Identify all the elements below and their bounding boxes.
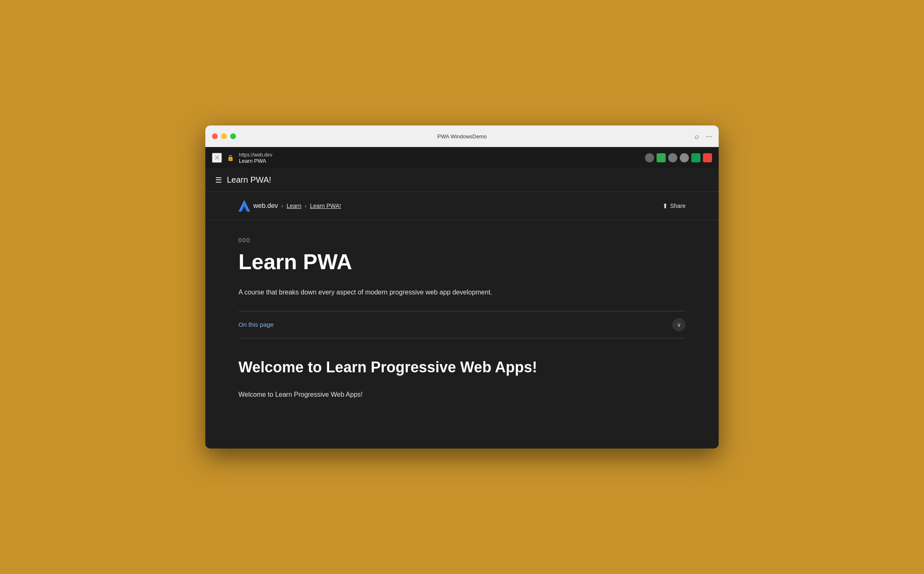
close-button[interactable] bbox=[212, 133, 218, 139]
chevron-down-icon: ∨ bbox=[672, 318, 686, 331]
extension-icons bbox=[645, 153, 712, 162]
page-description: A course that breaks down every aspect o… bbox=[238, 287, 686, 298]
maximize-button[interactable] bbox=[230, 133, 236, 139]
section-text: Welcome to Learn Progressive Web Apps! bbox=[238, 389, 686, 400]
ext-icon-3[interactable] bbox=[668, 153, 677, 162]
breadcrumb: web.dev › Learn › Learn PWA! bbox=[238, 200, 341, 212]
logo-text: web.dev bbox=[253, 202, 278, 210]
window-title: PWA WindowsDemo bbox=[437, 133, 486, 140]
browser-url: https://web.dev bbox=[239, 152, 272, 158]
breadcrumb-sep-2: › bbox=[305, 203, 307, 209]
browser-close-button[interactable]: ✕ bbox=[212, 153, 222, 163]
breadcrumb-learn-link[interactable]: Learn bbox=[286, 203, 301, 209]
lock-icon: 🔒 bbox=[227, 154, 234, 161]
breadcrumb-sep-1: › bbox=[282, 203, 284, 209]
content-area: 000 Learn PWA A course that breaks down … bbox=[205, 220, 719, 417]
webdev-logo-icon bbox=[238, 200, 250, 212]
ext-icon-5[interactable] bbox=[691, 153, 700, 162]
title-bar: PWA WindowsDemo ⌕ ··· bbox=[205, 125, 719, 147]
app-header: ☰ Learn PWA! bbox=[205, 169, 719, 192]
ext-icon-4[interactable] bbox=[680, 153, 689, 162]
ext-icon-6[interactable] bbox=[703, 153, 712, 162]
title-bar-actions: ⌕ ··· bbox=[695, 132, 712, 141]
on-this-page-toggle[interactable]: On this page ∨ bbox=[238, 311, 686, 338]
app-window: PWA WindowsDemo ⌕ ··· ✕ 🔒 https://web.de… bbox=[205, 125, 719, 449]
main-content: web.dev › Learn › Learn PWA! ⬆ Share 000… bbox=[205, 192, 719, 449]
browser-bar: ✕ 🔒 https://web.dev Learn PWA bbox=[205, 147, 719, 169]
share-label: Share bbox=[670, 203, 686, 209]
app-header-title: Learn PWA! bbox=[227, 175, 271, 185]
share-icon: ⬆ bbox=[662, 202, 668, 210]
webdev-logo[interactable]: web.dev bbox=[238, 200, 278, 212]
browser-url-info: https://web.dev Learn PWA bbox=[239, 152, 272, 164]
page-title: Learn PWA bbox=[238, 250, 686, 274]
browser-page-title: Learn PWA bbox=[239, 158, 272, 164]
ext-icon-1[interactable] bbox=[645, 153, 654, 162]
section-number: 000 bbox=[238, 237, 686, 244]
more-icon[interactable]: ··· bbox=[706, 132, 712, 141]
on-this-page-label: On this page bbox=[238, 321, 274, 328]
breadcrumb-page-link[interactable]: Learn PWA! bbox=[310, 203, 341, 209]
zoom-icon[interactable]: ⌕ bbox=[695, 132, 699, 141]
minimize-button[interactable] bbox=[221, 133, 227, 139]
section-heading: Welcome to Learn Progressive Web Apps! bbox=[238, 358, 686, 376]
hamburger-icon[interactable]: ☰ bbox=[215, 176, 222, 185]
traffic-lights bbox=[212, 133, 236, 139]
ext-icon-2[interactable] bbox=[657, 153, 666, 162]
breadcrumb-bar: web.dev › Learn › Learn PWA! ⬆ Share bbox=[205, 192, 719, 220]
share-button[interactable]: ⬆ Share bbox=[662, 202, 686, 210]
